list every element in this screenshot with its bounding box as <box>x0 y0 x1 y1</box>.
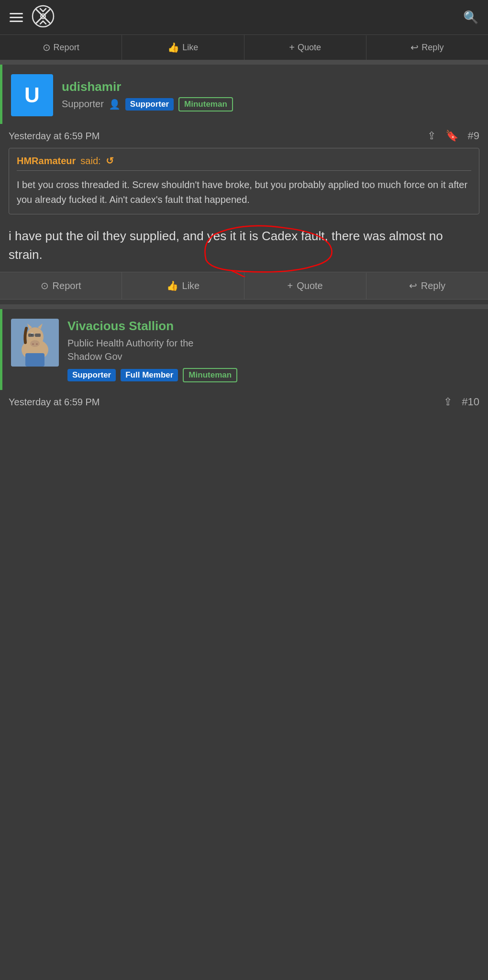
report-icon: ⊙ <box>43 42 51 53</box>
bottom-like-icon: 👍 <box>166 280 178 291</box>
svg-rect-19 <box>25 353 44 367</box>
user-info-1: udishamir Supporter 👤 Supporter Minutema… <box>62 79 233 111</box>
svg-rect-14 <box>28 334 34 337</box>
share-icon-2[interactable]: ⇪ <box>444 396 452 408</box>
quote-body-1: I bet you cross threaded it. Screw shoul… <box>9 171 479 214</box>
post-meta-1: Yesterday at 6:59 PM ⇪ 🔖 #9 <box>0 124 488 148</box>
post-text-1: i have put the oil they supplied, and ye… <box>9 229 443 262</box>
post-separator <box>0 60 488 65</box>
bottom-report-label: Report <box>53 280 81 291</box>
role-line1: Public Health Authority for the <box>67 338 193 348</box>
post-number-2: #10 <box>462 396 479 408</box>
role-text-1: Supporter <box>62 99 104 110</box>
avatar-letter: U <box>24 83 40 107</box>
post-1: U udishamir Supporter 👤 Supporter Minute… <box>0 65 488 300</box>
report-label: Report <box>54 43 79 53</box>
quote-block-1: HMRamateur said: ↺ I bet you cross threa… <box>9 148 479 214</box>
bottom-reply-label: Reply <box>421 280 445 291</box>
top-action-bar: ⊙ Report 👍 Like + Quote ↩ Reply <box>0 34 488 60</box>
badges-row-2: Supporter Full Member Minuteman <box>67 368 237 382</box>
reply-button[interactable]: ↩ Reply <box>366 35 488 60</box>
username-1[interactable]: udishamir <box>62 79 233 94</box>
bottom-quote-label: Quote <box>297 280 322 291</box>
username-2[interactable]: Vivacious Stallion <box>67 319 237 334</box>
like-button[interactable]: 👍 Like <box>122 35 244 60</box>
avatar-2 <box>11 319 59 367</box>
role-line2: Shadow Gov <box>67 351 122 362</box>
user-role-row-1: Supporter 👤 Supporter Minuteman <box>62 97 233 111</box>
user-section-2: Vivacious Stallion Public Health Authori… <box>0 309 488 390</box>
quote-header-1: HMRamateur said: ↺ <box>9 148 479 170</box>
bottom-quote-button[interactable]: + Quote <box>244 273 366 299</box>
quote-label: Quote <box>298 43 321 53</box>
bottom-report-button[interactable]: ⊙ Report <box>0 272 122 299</box>
header: 🔍 <box>0 0 488 34</box>
bottom-reply-icon: ↩ <box>409 280 417 291</box>
user-section-1: U udishamir Supporter 👤 Supporter Minute… <box>0 65 488 124</box>
post-2: Vivacious Stallion Public Health Authori… <box>0 309 488 414</box>
bottom-action-bar-1: ⊙ Report 👍 Like + Quote ↩ Reply <box>0 272 488 300</box>
bottom-quote-icon: + <box>288 280 293 291</box>
svg-line-4 <box>40 9 43 11</box>
share-icon[interactable]: ⇪ <box>427 130 436 142</box>
post-meta-actions-2: ⇪ #10 <box>444 396 479 408</box>
svg-point-11 <box>30 340 40 347</box>
header-left <box>10 5 55 30</box>
report-button[interactable]: ⊙ Report <box>0 35 122 60</box>
search-icon[interactable]: 🔍 <box>463 10 478 25</box>
quote-reply-icon: ↺ <box>106 155 114 167</box>
post-meta-actions-1: ⇪ 🔖 #9 <box>427 130 479 142</box>
badge-minuteman-1: Minuteman <box>178 97 233 111</box>
role-text-2: Public Health Authority for the Shadow G… <box>67 336 237 363</box>
user-info-2: Vivacious Stallion Public Health Authori… <box>67 319 237 382</box>
badge-minuteman-2: Minuteman <box>183 368 237 382</box>
avatar: U <box>11 74 53 116</box>
post-timestamp-2: Yesterday at 6:59 PM <box>9 397 100 408</box>
like-label: Like <box>182 43 198 53</box>
reply-icon: ↩ <box>410 42 419 53</box>
post-timestamp-1: Yesterday at 6:59 PM <box>9 131 100 142</box>
svg-line-7 <box>43 21 46 24</box>
quote-author-1[interactable]: HMRamateur <box>17 156 76 167</box>
post-meta-2: Yesterday at 6:59 PM ⇪ #10 <box>0 390 488 414</box>
reply-label: Reply <box>421 43 444 53</box>
quote-said-label: said: <box>80 156 100 167</box>
post-body-1: i have put the oil they supplied, and ye… <box>0 222 488 272</box>
quote-button[interactable]: + Quote <box>244 35 366 60</box>
badge-fullmember-2: Full Member <box>121 369 178 381</box>
bottom-like-button[interactable]: 👍 Like <box>122 272 244 299</box>
bottom-report-icon: ⊙ <box>41 280 49 291</box>
role-icon-1: 👤 <box>109 99 121 110</box>
svg-rect-15 <box>35 334 41 337</box>
site-logo <box>32 5 55 30</box>
bottom-reply-button[interactable]: ↩ Reply <box>366 272 488 299</box>
bookmark-icon[interactable]: 🔖 <box>445 130 458 142</box>
svg-line-5 <box>43 9 46 11</box>
bottom-like-label: Like <box>182 280 200 291</box>
svg-point-21 <box>36 344 38 345</box>
post-separator-2 <box>0 304 488 309</box>
svg-line-6 <box>40 21 43 24</box>
hamburger-menu-icon[interactable] <box>10 13 23 22</box>
badge-supporter-2: Supporter <box>67 369 116 381</box>
quote-icon: + <box>289 42 295 53</box>
post-number-1: #9 <box>468 130 479 142</box>
svg-point-20 <box>32 344 34 345</box>
like-icon: 👍 <box>167 42 179 53</box>
badge-supporter-1: Supporter <box>125 98 174 111</box>
